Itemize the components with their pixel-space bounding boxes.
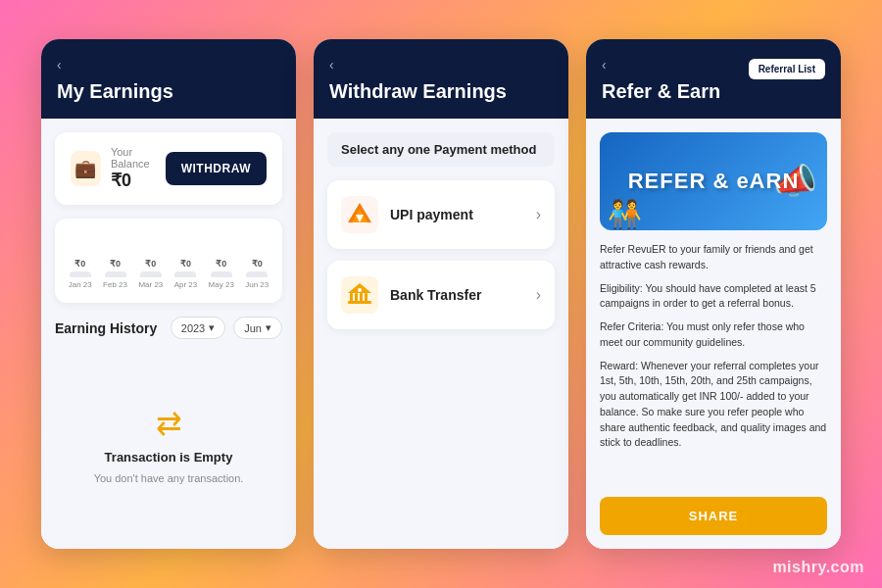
refer-paragraph: Refer RevuER to your family or friends a…	[600, 242, 827, 273]
bar-amount: ₹0	[180, 259, 191, 269]
month-filter-label: Jun	[244, 322, 262, 334]
screen3-body: 🧑‍🤝‍🧑 REFER & eARN 📣 Refer RevuER to you…	[586, 119, 841, 549]
chart-bar-col: ₹0 Mar 23	[138, 259, 163, 289]
upi-chevron-icon: ›	[536, 206, 541, 223]
svg-rect-7	[365, 293, 368, 302]
bank-transfer-option[interactable]: Bank Transfer ›	[327, 261, 555, 329]
screen-refer-earn: ‹ Refer & Earn Referral List 🧑‍🤝‍🧑 REFER…	[586, 39, 841, 549]
month-filter[interactable]: Jun ▾	[233, 317, 282, 339]
screen1-back-arrow[interactable]: ‹	[57, 57, 280, 73]
refer-paragraph: Eligibility: You should have completed a…	[600, 281, 827, 313]
chart-area: ₹0 Jan 23 ₹0 Feb 23 ₹0 Mar 23 ₹0 Apr 23 …	[55, 219, 282, 303]
chart-bar	[105, 271, 126, 277]
screen-my-earnings: ‹ My Earnings 💼 Your Balance ₹0 WITHDRAW…	[41, 39, 296, 549]
year-filter[interactable]: 2023 ▾	[171, 317, 225, 339]
wallet-icon: 💼	[71, 151, 101, 186]
screen3-left: ‹ Refer & Earn	[602, 57, 720, 103]
refer-banner-text: REFER & eARN	[628, 169, 800, 194]
refer-banner: 🧑‍🤝‍🧑 REFER & eARN 📣	[600, 132, 827, 230]
screen3-header-inner: ‹ Refer & Earn Referral List	[602, 57, 825, 103]
screen1-body: 💼 Your Balance ₹0 WITHDRAW ₹0 Jan 23 ₹0 …	[41, 119, 296, 549]
empty-transaction-icon: ⇄	[156, 405, 182, 442]
upi-payment-left: UPI payment	[341, 196, 473, 233]
bar-label: Mar 23	[138, 280, 163, 289]
screen-withdraw-earnings: ‹ Withdraw Earnings Select any one Payme…	[314, 39, 568, 549]
svg-point-9	[358, 288, 362, 292]
history-header: Earning History 2023 ▾ Jun ▾	[55, 317, 282, 339]
upi-icon	[341, 196, 378, 233]
chart-bar-col: ₹0 Jan 23	[69, 259, 92, 289]
screen2-back-arrow[interactable]: ‹	[329, 57, 553, 73]
svg-rect-5	[355, 293, 358, 302]
bar-amount: ₹0	[216, 259, 226, 269]
chart-bar	[140, 271, 162, 277]
bank-payment-left: Bank Transfer	[341, 276, 481, 314]
chart-bar-col: ₹0 May 23	[209, 259, 234, 289]
bar-label: Apr 23	[174, 280, 198, 289]
chart-bar	[211, 271, 232, 277]
chart-bar	[246, 271, 268, 277]
balance-label: Your Balance	[111, 146, 166, 170]
bar-label: May 23	[209, 280, 234, 289]
refer-paragraph: Refer Criteria: You must only refer thos…	[600, 319, 827, 351]
chart-bar	[174, 271, 196, 277]
year-filter-label: 2023	[181, 322, 205, 334]
svg-rect-6	[360, 293, 363, 302]
month-chevron-icon: ▾	[266, 321, 271, 334]
chart-bar-col: ₹0 Jun 23	[245, 259, 269, 289]
screen1-title: My Earnings	[57, 80, 280, 103]
share-button[interactable]: SHARE	[600, 497, 827, 535]
screen2-title: Withdraw Earnings	[329, 80, 553, 103]
screen2-header: ‹ Withdraw Earnings	[314, 39, 568, 119]
balance-card: 💼 Your Balance ₹0 WITHDRAW	[55, 132, 282, 205]
empty-title: Transaction is Empty	[105, 450, 233, 465]
referral-list-button[interactable]: Referral List	[749, 59, 825, 79]
svg-rect-4	[350, 293, 353, 302]
balance-info: Your Balance ₹0	[111, 146, 166, 191]
refer-paragraph: Reward: Whenever your referral completes…	[600, 359, 827, 452]
bar-amount: ₹0	[110, 259, 121, 269]
bar-label: Jan 23	[69, 280, 92, 289]
upi-payment-option[interactable]: UPI payment ›	[327, 180, 555, 249]
screen3-back-arrow[interactable]: ‹	[602, 57, 720, 73]
chart-bar	[70, 271, 91, 277]
bar-label: Jun 23	[245, 280, 269, 289]
screen3-title: Refer & Earn	[602, 80, 720, 103]
chart-bars: ₹0 Jan 23 ₹0 Feb 23 ₹0 Mar 23 ₹0 Apr 23 …	[63, 230, 274, 289]
empty-state: ⇄ Transaction is Empty You don't have an…	[55, 353, 282, 535]
filter-group: 2023 ▾ Jun ▾	[171, 317, 282, 339]
screen2-body: Select any one Payment method UPI paymen…	[314, 119, 568, 549]
payment-section-label: Select any one Payment method	[327, 132, 555, 167]
bar-amount: ₹0	[74, 259, 85, 269]
chart-bar-col: ₹0 Apr 23	[174, 259, 198, 289]
refer-person-icon: 🧑‍🤝‍🧑	[608, 198, 642, 230]
watermark: mishry.com	[772, 559, 864, 576]
screens-container: ‹ My Earnings 💼 Your Balance ₹0 WITHDRAW…	[22, 20, 860, 568]
upi-label: UPI payment	[390, 207, 473, 222]
balance-left: 💼 Your Balance ₹0	[71, 146, 166, 191]
history-title: Earning History	[55, 320, 157, 336]
screen3-header: ‹ Refer & Earn Referral List	[586, 39, 841, 119]
bank-label: Bank Transfer	[390, 287, 481, 303]
withdraw-button[interactable]: WITHDRAW	[166, 152, 267, 185]
bank-icon	[341, 276, 378, 314]
chart-bar-col: ₹0 Feb 23	[103, 259, 127, 289]
empty-subtitle: You don't have any transaction.	[94, 472, 244, 484]
bar-amount: ₹0	[145, 259, 156, 269]
year-chevron-icon: ▾	[209, 321, 215, 334]
bank-chevron-icon: ›	[536, 286, 541, 304]
refer-body: Refer RevuER to your family or friends a…	[600, 242, 827, 487]
bar-label: Feb 23	[103, 280, 127, 289]
bar-amount: ₹0	[252, 259, 263, 269]
screen1-header: ‹ My Earnings	[41, 39, 296, 119]
balance-amount: ₹0	[111, 170, 166, 191]
